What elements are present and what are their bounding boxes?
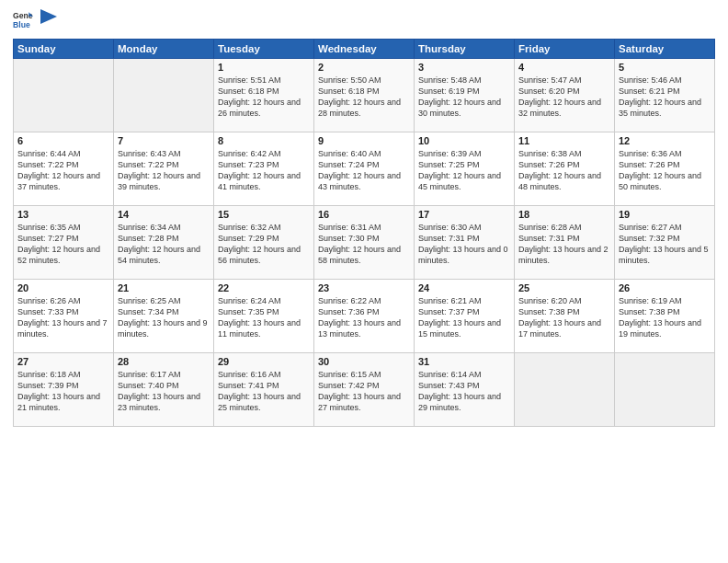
cell-info-text: Sunrise: 6:22 AM Sunset: 7:36 PM Dayligh…: [318, 295, 410, 340]
calendar-cell: [14, 59, 114, 132]
cell-info-text: Sunrise: 6:30 AM Sunset: 7:31 PM Dayligh…: [418, 222, 510, 267]
calendar-cell: [114, 59, 214, 132]
logo-icon: General Blue: [13, 9, 33, 29]
cell-info-text: Sunrise: 6:34 AM Sunset: 7:28 PM Dayligh…: [118, 222, 210, 267]
cell-day-number: 23: [318, 282, 410, 293]
col-header-tuesday: Tuesday: [214, 40, 314, 59]
col-header-thursday: Thursday: [415, 40, 515, 59]
cell-day-number: 24: [418, 282, 510, 293]
cell-day-number: 31: [418, 356, 510, 367]
cell-info-text: Sunrise: 6:44 AM Sunset: 7:22 PM Dayligh…: [17, 148, 109, 193]
calendar-week-row: 13Sunrise: 6:35 AM Sunset: 7:27 PM Dayli…: [14, 206, 715, 280]
cell-info-text: Sunrise: 5:51 AM Sunset: 6:18 PM Dayligh…: [218, 75, 310, 120]
calendar-cell: 23Sunrise: 6:22 AM Sunset: 7:36 PM Dayli…: [314, 280, 415, 353]
cell-day-number: 17: [418, 209, 510, 220]
cell-info-text: Sunrise: 6:14 AM Sunset: 7:43 PM Dayligh…: [418, 369, 510, 414]
calendar-cell: 27Sunrise: 6:18 AM Sunset: 7:39 PM Dayli…: [14, 353, 114, 427]
cell-day-number: 29: [218, 356, 310, 367]
calendar-cell: 30Sunrise: 6:15 AM Sunset: 7:42 PM Dayli…: [314, 353, 415, 427]
cell-day-number: 3: [418, 62, 510, 73]
calendar-table: SundayMondayTuesdayWednesdayThursdayFrid…: [13, 39, 715, 427]
cell-day-number: 28: [118, 356, 210, 367]
cell-info-text: Sunrise: 6:25 AM Sunset: 7:34 PM Dayligh…: [118, 295, 210, 340]
col-header-friday: Friday: [515, 40, 615, 59]
cell-info-text: Sunrise: 6:43 AM Sunset: 7:22 PM Dayligh…: [118, 148, 210, 193]
calendar-cell: 10Sunrise: 6:39 AM Sunset: 7:25 PM Dayli…: [415, 132, 515, 206]
cell-day-number: 20: [17, 282, 109, 293]
col-header-monday: Monday: [114, 40, 214, 59]
cell-day-number: 6: [17, 135, 109, 146]
cell-info-text: Sunrise: 6:28 AM Sunset: 7:31 PM Dayligh…: [518, 222, 610, 267]
cell-day-number: 15: [218, 209, 310, 220]
calendar-cell: 16Sunrise: 6:31 AM Sunset: 7:30 PM Dayli…: [314, 206, 415, 280]
calendar-cell: 18Sunrise: 6:28 AM Sunset: 7:31 PM Dayli…: [515, 206, 615, 280]
cell-info-text: Sunrise: 6:18 AM Sunset: 7:39 PM Dayligh…: [17, 369, 109, 414]
cell-info-text: Sunrise: 6:24 AM Sunset: 7:35 PM Dayligh…: [218, 295, 310, 340]
cell-day-number: 9: [318, 135, 410, 146]
cell-day-number: 11: [518, 135, 610, 146]
calendar-cell: 19Sunrise: 6:27 AM Sunset: 7:32 PM Dayli…: [615, 206, 715, 280]
cell-day-number: 8: [218, 135, 310, 146]
cell-day-number: 14: [118, 209, 210, 220]
calendar-cell: 28Sunrise: 6:17 AM Sunset: 7:40 PM Dayli…: [114, 353, 214, 427]
svg-marker-3: [40, 9, 57, 24]
calendar-cell: 21Sunrise: 6:25 AM Sunset: 7:34 PM Dayli…: [114, 280, 214, 353]
cell-info-text: Sunrise: 6:35 AM Sunset: 7:27 PM Dayligh…: [17, 222, 109, 267]
calendar-cell: 3Sunrise: 5:48 AM Sunset: 6:19 PM Daylig…: [415, 59, 515, 132]
calendar-cell: 4Sunrise: 5:47 AM Sunset: 6:20 PM Daylig…: [515, 59, 615, 132]
calendar-week-row: 1Sunrise: 5:51 AM Sunset: 6:18 PM Daylig…: [14, 59, 715, 132]
cell-day-number: 27: [17, 356, 109, 367]
cell-info-text: Sunrise: 6:40 AM Sunset: 7:24 PM Dayligh…: [318, 148, 410, 193]
calendar-cell: [515, 353, 615, 427]
cell-info-text: Sunrise: 6:17 AM Sunset: 7:40 PM Dayligh…: [118, 369, 210, 414]
calendar-cell: 9Sunrise: 6:40 AM Sunset: 7:24 PM Daylig…: [314, 132, 415, 206]
cell-info-text: Sunrise: 6:32 AM Sunset: 7:29 PM Dayligh…: [218, 222, 310, 267]
calendar-cell: 24Sunrise: 6:21 AM Sunset: 7:37 PM Dayli…: [415, 280, 515, 353]
cell-day-number: 5: [619, 62, 711, 73]
calendar-cell: 17Sunrise: 6:30 AM Sunset: 7:31 PM Dayli…: [415, 206, 515, 280]
calendar-cell: 13Sunrise: 6:35 AM Sunset: 7:27 PM Dayli…: [14, 206, 114, 280]
calendar-cell: 25Sunrise: 6:20 AM Sunset: 7:38 PM Dayli…: [515, 280, 615, 353]
cell-info-text: Sunrise: 5:46 AM Sunset: 6:21 PM Dayligh…: [619, 75, 711, 120]
cell-info-text: Sunrise: 5:47 AM Sunset: 6:20 PM Dayligh…: [518, 75, 610, 120]
cell-info-text: Sunrise: 6:21 AM Sunset: 7:37 PM Dayligh…: [418, 295, 510, 340]
cell-day-number: 1: [218, 62, 310, 73]
cell-day-number: 10: [418, 135, 510, 146]
cell-day-number: 25: [518, 282, 610, 293]
calendar-cell: 29Sunrise: 6:16 AM Sunset: 7:41 PM Dayli…: [214, 353, 314, 427]
calendar-cell: 2Sunrise: 5:50 AM Sunset: 6:18 PM Daylig…: [314, 59, 415, 132]
cell-day-number: 22: [218, 282, 310, 293]
calendar-cell: 7Sunrise: 6:43 AM Sunset: 7:22 PM Daylig…: [114, 132, 214, 206]
cell-info-text: Sunrise: 6:19 AM Sunset: 7:38 PM Dayligh…: [619, 295, 711, 340]
calendar-cell: 1Sunrise: 5:51 AM Sunset: 6:18 PM Daylig…: [214, 59, 314, 132]
calendar-header-row: SundayMondayTuesdayWednesdayThursdayFrid…: [14, 40, 715, 59]
cell-info-text: Sunrise: 6:31 AM Sunset: 7:30 PM Dayligh…: [318, 222, 410, 267]
calendar-cell: 20Sunrise: 6:26 AM Sunset: 7:33 PM Dayli…: [14, 280, 114, 353]
logo-flag-icon: [40, 9, 57, 28]
cell-info-text: Sunrise: 6:26 AM Sunset: 7:33 PM Dayligh…: [17, 295, 109, 340]
calendar-cell: 12Sunrise: 6:36 AM Sunset: 7:26 PM Dayli…: [615, 132, 715, 206]
cell-info-text: Sunrise: 6:27 AM Sunset: 7:32 PM Dayligh…: [619, 222, 711, 267]
cell-info-text: Sunrise: 6:15 AM Sunset: 7:42 PM Dayligh…: [318, 369, 410, 414]
cell-day-number: 19: [619, 209, 711, 220]
calendar-cell: 26Sunrise: 6:19 AM Sunset: 7:38 PM Dayli…: [615, 280, 715, 353]
cell-day-number: 26: [619, 282, 711, 293]
cell-day-number: 16: [318, 209, 410, 220]
cell-day-number: 18: [518, 209, 610, 220]
calendar-cell: 14Sunrise: 6:34 AM Sunset: 7:28 PM Dayli…: [114, 206, 214, 280]
cell-info-text: Sunrise: 6:36 AM Sunset: 7:26 PM Dayligh…: [619, 148, 711, 193]
cell-day-number: 13: [17, 209, 109, 220]
cell-info-text: Sunrise: 6:38 AM Sunset: 7:26 PM Dayligh…: [518, 148, 610, 193]
svg-text:Blue: Blue: [13, 20, 30, 29]
col-header-sunday: Sunday: [14, 40, 114, 59]
cell-day-number: 7: [118, 135, 210, 146]
cell-info-text: Sunrise: 6:42 AM Sunset: 7:23 PM Dayligh…: [218, 148, 310, 193]
cell-info-text: Sunrise: 5:50 AM Sunset: 6:18 PM Dayligh…: [318, 75, 410, 120]
cell-day-number: 12: [619, 135, 711, 146]
calendar-cell: 22Sunrise: 6:24 AM Sunset: 7:35 PM Dayli…: [214, 280, 314, 353]
cell-info-text: Sunrise: 5:48 AM Sunset: 6:19 PM Dayligh…: [418, 75, 510, 120]
header: General Blue: [13, 9, 715, 33]
calendar-cell: 8Sunrise: 6:42 AM Sunset: 7:23 PM Daylig…: [214, 132, 314, 206]
cell-day-number: 2: [318, 62, 410, 73]
cell-info-text: Sunrise: 6:39 AM Sunset: 7:25 PM Dayligh…: [418, 148, 510, 193]
